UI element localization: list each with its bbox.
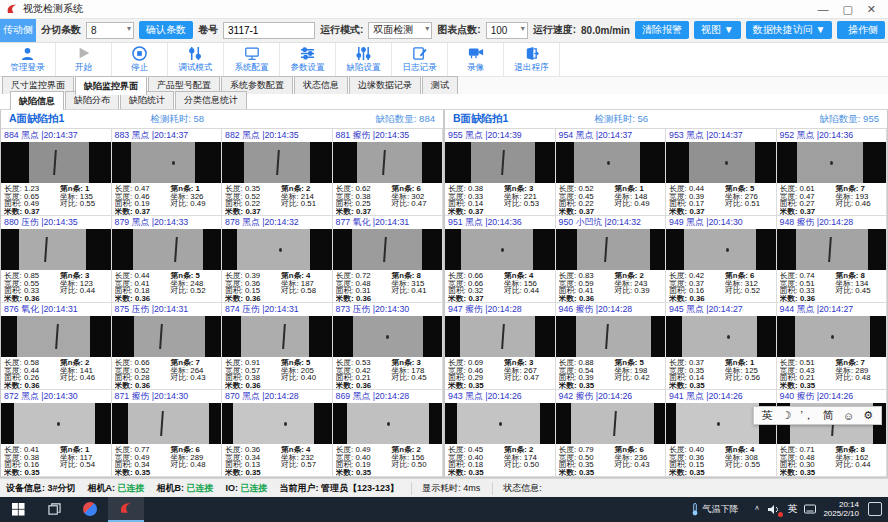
confirm-count-button[interactable]: 确认条数 bbox=[139, 21, 193, 39]
defect-cell[interactable]: 940 擦伤 |20:14:26 长度: 0.71 宽度: 0.48 面积: 0… bbox=[777, 390, 888, 477]
system-config-button[interactable]: 系统配置 bbox=[224, 43, 280, 77]
start-button[interactable] bbox=[0, 497, 36, 522]
defect-cell[interactable]: 883 黑点 |20:14:37 长度: 0.47 宽度: 0.46 面积: 0… bbox=[112, 129, 223, 216]
defect-cell[interactable]: 873 压伤 |20:14:30 长度: 0.53 宽度: 0.42 面积: 0… bbox=[333, 303, 444, 390]
tab-test[interactable]: 测试 bbox=[422, 76, 458, 94]
defect-image[interactable] bbox=[777, 316, 887, 357]
stop-button[interactable]: 停止 bbox=[112, 43, 168, 77]
tab-defect-monitor[interactable]: 缺陷监控界面 bbox=[75, 76, 147, 95]
defect-image[interactable] bbox=[333, 142, 443, 183]
defect-cell[interactable]: 945 黑点 |20:14:27 长度: 0.37 宽度: 0.35 面积: 0… bbox=[666, 303, 777, 390]
roll-number-input[interactable] bbox=[223, 22, 315, 39]
defect-cell[interactable]: 944 黑点 |20:14:27 长度: 0.51 宽度: 0.43 面积: 0… bbox=[777, 303, 888, 390]
drive-side-button[interactable]: 传动侧 bbox=[0, 19, 36, 41]
defect-image[interactable] bbox=[1, 403, 111, 444]
defect-settings-button[interactable]: 缺陷设置 bbox=[336, 43, 392, 77]
defect-image[interactable] bbox=[777, 142, 887, 183]
tray-chevron-icon[interactable]: ＾ bbox=[752, 503, 761, 516]
chart-points-combo[interactable]: 100 bbox=[486, 22, 528, 39]
subtab-defect-info[interactable]: 缺陷信息 bbox=[10, 91, 64, 110]
record-video-button[interactable]: 录像 bbox=[448, 43, 504, 77]
defect-image[interactable] bbox=[777, 229, 887, 270]
volume-icon[interactable] bbox=[768, 504, 780, 515]
taskbar-app-inspection[interactable] bbox=[108, 497, 144, 522]
defect-cell[interactable]: 954 黑点 |20:14:37 长度: 0.52 宽度: 0.45 面积: 0… bbox=[556, 129, 667, 216]
defect-image[interactable] bbox=[333, 229, 443, 270]
defect-image[interactable] bbox=[445, 316, 555, 357]
minimize-button[interactable]: — bbox=[817, 0, 828, 18]
defect-cell[interactable]: 872 黑点 |20:14:30 长度: 0.41 宽度: 0.38 面积: 0… bbox=[1, 390, 112, 477]
defect-cell[interactable]: 950 小凹坑 |20:14:32 长度: 0.83 宽度: 0.59 面积: … bbox=[556, 216, 667, 303]
clear-alarm-button[interactable]: 清除报警 bbox=[635, 21, 689, 39]
defect-cell[interactable]: 881 擦伤 |20:14:35 长度: 0.62 宽度: 0.38 面积: 0… bbox=[333, 129, 444, 216]
split-count-combo[interactable]: 8 bbox=[86, 22, 134, 39]
defect-image[interactable] bbox=[222, 229, 332, 270]
defect-image[interactable] bbox=[666, 316, 776, 357]
taskbar-clock[interactable]: 20:14 2025/2/10 bbox=[823, 500, 861, 518]
maximize-button[interactable]: ▢ bbox=[842, 0, 852, 18]
defect-image[interactable] bbox=[666, 229, 776, 270]
defect-image[interactable] bbox=[1, 142, 111, 183]
defect-cell[interactable]: 870 黑点 |20:14:28 长度: 0.36 宽度: 0.34 面积: 0… bbox=[222, 390, 333, 477]
defect-cell[interactable]: 876 氧化 |20:14:31 长度: 0.58 宽度: 0.44 面积: 0… bbox=[1, 303, 112, 390]
defect-image[interactable] bbox=[333, 403, 443, 444]
tab-status-info[interactable]: 状态信息 bbox=[294, 76, 348, 94]
defect-image[interactable] bbox=[556, 403, 666, 444]
ime-simplified-toggle[interactable]: 简 bbox=[823, 408, 834, 423]
defect-image[interactable] bbox=[112, 142, 222, 183]
defect-image[interactable] bbox=[112, 403, 222, 444]
debug-mode-button[interactable]: 调试模式 bbox=[168, 43, 224, 77]
defect-cell[interactable]: 871 擦伤 |20:14:30 长度: 0.77 宽度: 0.49 面积: 0… bbox=[112, 390, 223, 477]
ime-emoji-icon[interactable]: ☺ bbox=[843, 410, 854, 422]
operator-side-button[interactable]: 操作侧 bbox=[841, 21, 885, 39]
defect-cell[interactable]: 879 黑点 |20:14:33 长度: 0.44 宽度: 0.41 面积: 0… bbox=[112, 216, 223, 303]
defect-cell[interactable]: 952 黑点 |20:14:36 长度: 0.61 宽度: 0.47 面积: 0… bbox=[777, 129, 888, 216]
data-quick-access-menu-button[interactable]: 数据快捷访问 ▼ bbox=[746, 21, 833, 39]
defect-cell[interactable]: 943 黑点 |20:14:26 长度: 0.45 宽度: 0.40 面积: 0… bbox=[445, 390, 556, 477]
ime-moon-icon[interactable]: ☽ bbox=[782, 409, 792, 422]
defect-cell[interactable]: 875 压伤 |20:14:31 长度: 0.66 宽度: 0.52 面积: 0… bbox=[112, 303, 223, 390]
defect-cell[interactable]: 953 黑点 |20:14:37 长度: 0.44 宽度: 0.39 面积: 0… bbox=[666, 129, 777, 216]
defect-image[interactable] bbox=[222, 142, 332, 183]
defect-cell[interactable]: 951 黑点 |20:14:36 长度: 0.66 宽度: 0.66 面积: 0… bbox=[445, 216, 556, 303]
defect-image[interactable] bbox=[445, 229, 555, 270]
ime-settings-gear-icon[interactable]: ⚙ bbox=[863, 409, 873, 422]
defect-image[interactable] bbox=[1, 316, 111, 357]
defect-image[interactable] bbox=[222, 316, 332, 357]
defect-cell[interactable]: 942 擦伤 |20:14:26 长度: 0.79 宽度: 0.50 面积: 0… bbox=[556, 390, 667, 477]
defect-cell[interactable]: 877 氧化 |20:14:31 长度: 0.72 宽度: 0.48 面积: 0… bbox=[333, 216, 444, 303]
defect-image[interactable] bbox=[666, 142, 776, 183]
defect-image[interactable] bbox=[333, 316, 443, 357]
task-view-button[interactable] bbox=[36, 497, 72, 522]
ime-punctuation-toggle[interactable]: ’， bbox=[800, 408, 813, 423]
defect-cell[interactable]: 947 擦伤 |20:14:28 长度: 0.69 宽度: 0.46 面积: 0… bbox=[445, 303, 556, 390]
touch-keyboard-icon[interactable] bbox=[804, 504, 816, 515]
view-menu-button[interactable]: 视图 ▼ bbox=[694, 21, 741, 39]
defect-image[interactable] bbox=[556, 316, 666, 357]
defect-image[interactable] bbox=[556, 142, 666, 183]
defect-cell[interactable]: 955 黑点 |20:14:39 长度: 0.38 宽度: 0.33 面积: 0… bbox=[445, 129, 556, 216]
defect-cell[interactable]: 946 擦伤 |20:14:28 长度: 0.88 宽度: 0.54 面积: 0… bbox=[556, 303, 667, 390]
taskbar-app-browser[interactable] bbox=[72, 497, 108, 522]
weather-widget[interactable]: 气温下降 bbox=[685, 503, 744, 516]
run-mode-combo[interactable]: 双面检测 bbox=[368, 22, 432, 39]
defect-cell[interactable]: 882 黑点 |20:14:35 长度: 0.35 宽度: 0.52 面积: 0… bbox=[222, 129, 333, 216]
ime-lang-toggle[interactable]: 英 bbox=[762, 408, 773, 423]
defect-image[interactable] bbox=[1, 229, 111, 270]
close-button[interactable]: ✕ bbox=[867, 0, 876, 18]
defect-cell[interactable]: 948 擦伤 |20:14:28 长度: 0.74 宽度: 0.51 面积: 0… bbox=[777, 216, 888, 303]
params-settings-button[interactable]: 参数设置 bbox=[280, 43, 336, 77]
defect-image[interactable] bbox=[112, 316, 222, 357]
defect-cell[interactable]: 880 压伤 |20:14:35 长度: 0.85 宽度: 0.55 面积: 0… bbox=[1, 216, 112, 303]
defect-cell[interactable]: 878 黑点 |20:14:32 长度: 0.39 宽度: 0.36 面积: 0… bbox=[222, 216, 333, 303]
defect-cell[interactable]: 941 黑点 |20:14:26 长度: 0.40 宽度: 0.36 面积: 0… bbox=[666, 390, 777, 477]
admin-login-button[interactable]: 管理登录 bbox=[0, 43, 56, 77]
defect-image[interactable] bbox=[445, 142, 555, 183]
defect-cell[interactable]: 949 黑点 |20:14:30 长度: 0.42 宽度: 0.37 面积: 0… bbox=[666, 216, 777, 303]
defect-cell[interactable]: 869 黑点 |20:14:28 长度: 0.49 宽度: 0.40 面积: 0… bbox=[333, 390, 444, 477]
start-button[interactable]: 开始 bbox=[56, 43, 112, 77]
subtab-class-info-stats[interactable]: 分类信息统计 bbox=[175, 91, 247, 109]
exit-program-button[interactable]: 退出程序 bbox=[504, 43, 560, 77]
tab-edge-data-record[interactable]: 边缘数据记录 bbox=[349, 76, 421, 94]
defect-image[interactable] bbox=[222, 403, 332, 444]
